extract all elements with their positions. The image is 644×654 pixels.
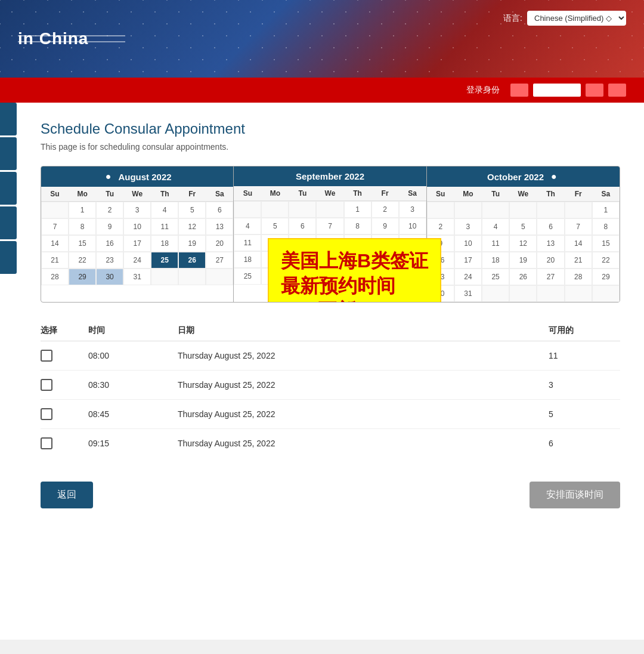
aug-day-10[interactable]: 10 — [123, 218, 151, 235]
aug-day-8[interactable]: 8 — [69, 218, 96, 235]
sidebar-tab-5[interactable] — [0, 241, 17, 274]
nav-box-3[interactable] — [586, 84, 603, 97]
aug-day-26[interactable]: 26 — [178, 252, 206, 269]
aug-day-23[interactable]: 23 — [96, 252, 123, 269]
appointment-table: 选择 时间 日期 可用的 08:00 Thursday August 25, 2… — [41, 320, 620, 458]
day-tu: Tu — [96, 187, 123, 201]
oct-day-26[interactable]: 26 — [509, 269, 537, 285]
nav-box-2[interactable] — [533, 84, 581, 97]
oct-day-6[interactable]: 6 — [537, 218, 564, 235]
oct-day-28[interactable]: 28 — [565, 269, 592, 285]
aug-day-4[interactable]: 4 — [151, 202, 178, 218]
sep-day-18[interactable]: 18 — [234, 251, 261, 268]
row2-available: 3 — [549, 380, 620, 390]
aug-day-27[interactable]: 27 — [206, 252, 233, 269]
october-title: October 2022 — [487, 172, 544, 182]
oct-day-1[interactable]: 1 — [592, 202, 620, 218]
oct-day-19[interactable]: 19 — [509, 252, 537, 269]
sep-day-5[interactable]: 5 — [261, 218, 289, 235]
aug-day-1[interactable]: 1 — [69, 202, 96, 218]
schedule-button[interactable]: 安排面谈时间 — [530, 482, 620, 508]
aug-day-6[interactable]: 6 — [206, 202, 233, 218]
nav-box-4[interactable] — [608, 84, 626, 97]
aug-day-20[interactable]: 20 — [206, 235, 233, 252]
oct-day-3[interactable]: 3 — [454, 218, 482, 235]
sep-day-4[interactable]: 4 — [234, 218, 261, 235]
aug-day-18[interactable]: 18 — [151, 235, 178, 252]
oct-day-25[interactable]: 25 — [482, 269, 509, 285]
aug-day-7[interactable]: 7 — [41, 218, 69, 235]
row4-radio[interactable] — [41, 437, 52, 449]
oct-day-27[interactable]: 27 — [537, 269, 564, 285]
oct-day-10[interactable]: 10 — [454, 235, 482, 252]
oct-day-14[interactable]: 14 — [565, 235, 592, 252]
sep-day-25[interactable]: 25 — [234, 268, 261, 285]
aug-day-11[interactable]: 11 — [151, 218, 178, 235]
prev-month-button[interactable]: ● — [103, 171, 114, 182]
aug-day-5[interactable]: 5 — [178, 202, 206, 218]
aug-day-25[interactable]: 25 — [151, 252, 178, 269]
row4-time: 09:15 — [88, 439, 178, 448]
oct-day-5[interactable]: 5 — [509, 218, 537, 235]
oct-day-4[interactable]: 4 — [482, 218, 509, 235]
oct-day-31[interactable]: 31 — [454, 285, 482, 302]
oct-day-22[interactable]: 22 — [592, 252, 620, 269]
aug-day-14[interactable]: 14 — [41, 235, 69, 252]
next-month-button[interactable]: ● — [549, 171, 559, 182]
aug-day-24[interactable]: 24 — [123, 252, 151, 269]
oct-day-24[interactable]: 24 — [454, 269, 482, 285]
oct-day-8[interactable]: 8 — [592, 218, 620, 235]
oct-day-2[interactable]: 2 — [427, 218, 454, 235]
header-title: in China — [18, 29, 88, 48]
aug-day-13[interactable]: 13 — [206, 218, 233, 235]
oct-mo: Mo — [454, 187, 482, 201]
aug-day-19[interactable]: 19 — [178, 235, 206, 252]
row2-radio[interactable] — [41, 379, 52, 391]
nav-box-1[interactable] — [510, 84, 528, 97]
day-we: We — [123, 187, 151, 201]
sep-day-11[interactable]: 11 — [234, 235, 261, 251]
sep-day-10[interactable]: 10 — [399, 218, 426, 235]
sidebar-tab-4[interactable] — [0, 206, 17, 239]
back-button[interactable]: 返回 — [41, 482, 93, 508]
aug-day-17[interactable]: 17 — [123, 235, 151, 252]
aug-day-28[interactable]: 28 — [41, 269, 69, 285]
aug-day-31[interactable]: 31 — [123, 269, 151, 285]
aug-day-2[interactable]: 2 — [96, 202, 123, 218]
oct-day-21[interactable]: 21 — [565, 252, 592, 269]
oct-day-12[interactable]: 12 — [509, 235, 537, 252]
row1-radio[interactable] — [41, 350, 52, 362]
aug-day-21[interactable]: 21 — [41, 252, 69, 269]
aug-day-3[interactable]: 3 — [123, 202, 151, 218]
oct-day-11[interactable]: 11 — [482, 235, 509, 252]
aug-day-22[interactable]: 22 — [69, 252, 96, 269]
row3-radio[interactable] — [41, 408, 52, 420]
sidebar-tab-3[interactable] — [0, 172, 17, 205]
oct-day-18[interactable]: 18 — [482, 252, 509, 269]
oct-we: We — [509, 187, 537, 201]
sep-day-7[interactable]: 7 — [316, 218, 343, 235]
sep-day-1[interactable]: 1 — [344, 201, 371, 218]
aug-day-16[interactable]: 16 — [96, 235, 123, 252]
aug-day-9[interactable]: 9 — [96, 218, 123, 235]
sep-day-9[interactable]: 9 — [371, 218, 399, 235]
aug-day-30[interactable]: 30 — [96, 269, 123, 285]
oct-day-15[interactable]: 15 — [592, 235, 620, 252]
aug-day-29[interactable]: 29 — [69, 269, 96, 285]
oct-day-17[interactable]: 17 — [454, 252, 482, 269]
sep-day-6[interactable]: 6 — [289, 218, 316, 235]
aug-day-12[interactable]: 12 — [178, 218, 206, 235]
sidebar-tab-2[interactable] — [0, 137, 17, 170]
sep-day-8[interactable]: 8 — [344, 218, 371, 235]
oct-day-13[interactable]: 13 — [537, 235, 564, 252]
row4-date: Thursday August 25, 2022 — [178, 439, 549, 448]
language-select[interactable]: Chinese (Simplified) ◇ — [527, 11, 626, 26]
sidebar-tab-1[interactable] — [0, 103, 17, 135]
sep-day-2[interactable]: 2 — [371, 201, 399, 218]
aug-day-15[interactable]: 15 — [69, 235, 96, 252]
sep-day-3[interactable]: 3 — [399, 201, 426, 218]
oct-day-29[interactable]: 29 — [592, 269, 620, 285]
oct-day-20[interactable]: 20 — [537, 252, 564, 269]
oct-empty-5 — [565, 202, 592, 218]
oct-day-7[interactable]: 7 — [565, 218, 592, 235]
